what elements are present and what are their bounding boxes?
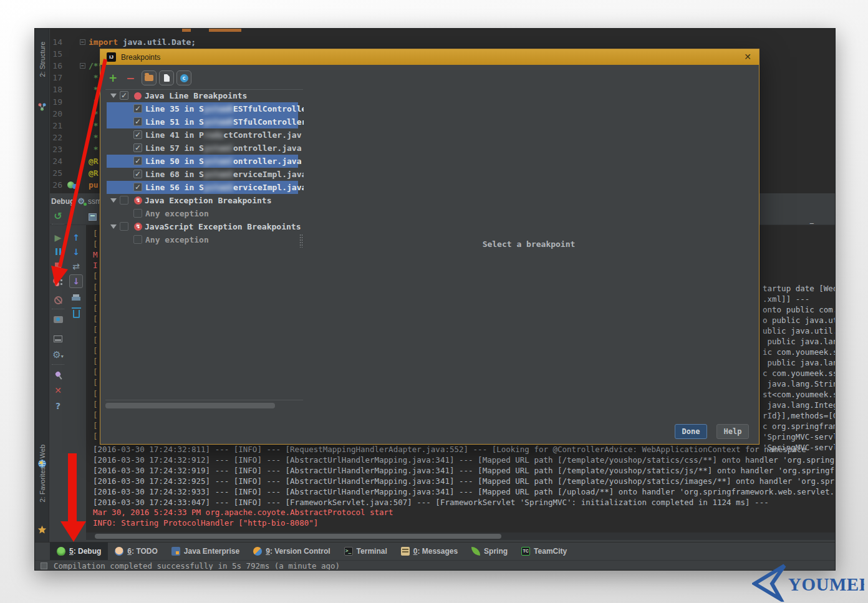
breakpoint-row[interactable]: ✓Line 50 in SystemController.java <box>100 155 304 168</box>
console-clipped-char: [ <box>93 228 98 239</box>
rerun-button[interactable]: ↺ <box>51 210 65 223</box>
restore-layout-button[interactable] <box>51 332 65 345</box>
line-number: 16 <box>51 60 62 72</box>
console-hscrollbar-thumb[interactable] <box>95 534 501 539</box>
fold-marker-icon[interactable]: − <box>80 39 85 45</box>
view-breakpoints-button[interactable] <box>51 276 65 289</box>
chevron-down-icon[interactable] <box>110 94 117 98</box>
mute-breakpoints-button[interactable] <box>51 293 65 307</box>
toolwindow-tab-debug[interactable]: 5: Debug <box>50 543 108 560</box>
breakpoint-row[interactable]: Any exception <box>100 207 304 220</box>
navigate-up-button[interactable]: ↑ <box>69 231 83 244</box>
checkbox[interactable]: ✓ <box>120 91 128 100</box>
console-clipped-char: [ <box>93 399 98 410</box>
checkbox[interactable]: ✓ <box>133 143 142 152</box>
add-breakpoint-button[interactable]: + <box>105 70 120 85</box>
help-button[interactable]: ? <box>51 399 65 413</box>
breakpoint-row[interactable]: Any exception <box>100 233 304 246</box>
done-button[interactable]: Done <box>675 424 707 439</box>
checkbox[interactable] <box>133 209 142 218</box>
toolwindow-tab-version-control[interactable]: 9: Version Control <box>246 543 337 560</box>
console-log-fragment: .xml]] --- <box>763 294 836 304</box>
stripe-button-favorites[interactable]: 2: Favorites <box>39 488 46 503</box>
toolwindow-tab-spring[interactable]: Spring <box>465 543 514 560</box>
divider <box>52 224 64 224</box>
settings-gear-icon[interactable]: ⚙ <box>77 197 85 205</box>
tool-window-stripe: 2: Structure Web 2: Favorites <box>35 29 49 570</box>
breakpoint-label: Line 50 in SystemController.java <box>145 155 301 168</box>
breakpoints-tree[interactable]: ✓Java Line Breakpoints✓Line 35 in System… <box>100 89 304 401</box>
breakpoint-row[interactable]: ✓Line 35 in SystemRESTfulController <box>100 102 304 115</box>
stripe-button-structure[interactable]: 2: Structure <box>39 63 46 77</box>
navigate-down-button[interactable]: ↓ <box>69 245 83 259</box>
help-button[interactable]: Help <box>716 424 749 439</box>
run-line-marker-icon[interactable] <box>67 181 77 189</box>
pause-button[interactable] <box>51 245 65 259</box>
debug-tab-label[interactable]: Debug <box>51 197 74 206</box>
dialog-title-bar[interactable]: IJ Breakpoints <box>100 49 759 65</box>
checkbox[interactable]: ✓ <box>133 130 142 139</box>
group-by-package-button[interactable] <box>142 70 157 85</box>
checkbox[interactable] <box>120 196 128 205</box>
hide-panel-icon[interactable]: − <box>809 219 814 228</box>
remove-breakpoint-button[interactable]: − <box>123 70 138 85</box>
checkbox[interactable]: ✓ <box>133 117 142 126</box>
breakpoint-row[interactable]: ✓Line 57 in SystemController.java <box>100 142 304 155</box>
tree-group-java-line-breakpoints[interactable]: ✓Java Line Breakpoints <box>100 89 304 102</box>
fold-marker-icon[interactable]: − <box>80 63 85 69</box>
breakpoint-row[interactable]: ✓Line 51 in SystemRSTfulController <box>100 115 304 128</box>
console-log-fragment: tartup date [Wed <box>763 283 836 294</box>
group-by-file-button[interactable] <box>159 70 174 85</box>
thread-dump-camera-button[interactable] <box>51 312 65 326</box>
breakpoints-dialog: IJ Breakpoints ✕ + − c ✓Java Line Breakp… <box>100 49 760 445</box>
group-by-class-button[interactable]: c <box>176 70 191 85</box>
soft-wrap-button[interactable]: ⇄ <box>69 259 83 273</box>
toolwindow-tab-todo[interactable]: 6: TODO <box>108 543 164 560</box>
clear-all-button[interactable] <box>69 307 83 321</box>
code-text: * <box>89 84 99 95</box>
scroll-to-end-button[interactable]: ↓ <box>69 274 83 288</box>
msg-icon <box>401 547 410 556</box>
dialog-close-icon[interactable]: ✕ <box>744 52 751 62</box>
toolwindow-tab-teamcity[interactable]: TCTeamCity <box>514 543 574 560</box>
checkbox[interactable] <box>133 235 142 244</box>
chevron-down-icon[interactable] <box>110 224 117 229</box>
console-log-fragment: 'SpringMVC-servlet <box>763 432 836 442</box>
close-icon: ✕ <box>54 386 62 395</box>
dialog-title: Breakpoints <box>121 53 160 62</box>
toolwindow-tab-messages[interactable]: 0: Messages <box>394 543 465 560</box>
breakpoint-row[interactable]: ✓Line 56 in SystemServiceImpl.java <box>100 181 304 194</box>
breakpoint-row[interactable]: ✓Line 68 in SystemServiceImpl.java <box>100 168 304 181</box>
checkbox[interactable]: ✓ <box>133 104 142 113</box>
chevron-down-icon[interactable] <box>110 198 117 203</box>
console-log-fragment: ic com.youmeek.ssm <box>763 347 836 357</box>
stripe-button-web[interactable]: Web <box>39 445 46 459</box>
breakpoint-row[interactable]: ✓Line 41 in ProductController.jav <box>100 128 304 142</box>
stop-button[interactable] <box>51 259 65 273</box>
checkbox[interactable]: ✓ <box>133 157 142 165</box>
code-text: * <box>89 143 99 155</box>
pin-button[interactable] <box>51 367 65 381</box>
tree-group-java-exception-breakpoints[interactable]: ↯Java Exception Breakpoints <box>100 194 304 207</box>
checkbox[interactable]: ✓ <box>133 170 142 178</box>
checkbox[interactable] <box>120 222 128 231</box>
splitter-handle[interactable] <box>299 234 304 248</box>
print-button[interactable] <box>69 291 83 305</box>
tree-group-label: Java Line Breakpoints <box>145 89 247 102</box>
event-log-icon[interactable] <box>41 562 47 569</box>
console-clipped-char: [ <box>93 356 98 367</box>
settings-button[interactable]: ⚙▾ <box>51 349 65 362</box>
line-number: 17 <box>51 72 62 84</box>
youmeek-logo: YOUMEEK <box>752 563 864 602</box>
resume-button[interactable]: ▶ <box>51 231 65 244</box>
console-hscrollbar-track[interactable] <box>86 533 835 540</box>
toolwindow-tab-java-enterprise[interactable]: Java Enterprise <box>165 543 246 560</box>
close-button[interactable]: ✕ <box>51 384 65 397</box>
line-number: 23 <box>51 143 62 155</box>
checkbox[interactable]: ✓ <box>133 183 142 191</box>
toolwindow-tab-terminal[interactable]: >_Terminal <box>337 543 394 560</box>
tree-group-javascript-exception-breakpoints[interactable]: ↯JavaScript Exception Breakpoints <box>100 220 304 233</box>
console-clipped-char: [ <box>93 314 98 324</box>
tree-hscrollbar-thumb[interactable] <box>105 403 275 408</box>
console-log-fragment: public java.lang <box>763 357 836 368</box>
